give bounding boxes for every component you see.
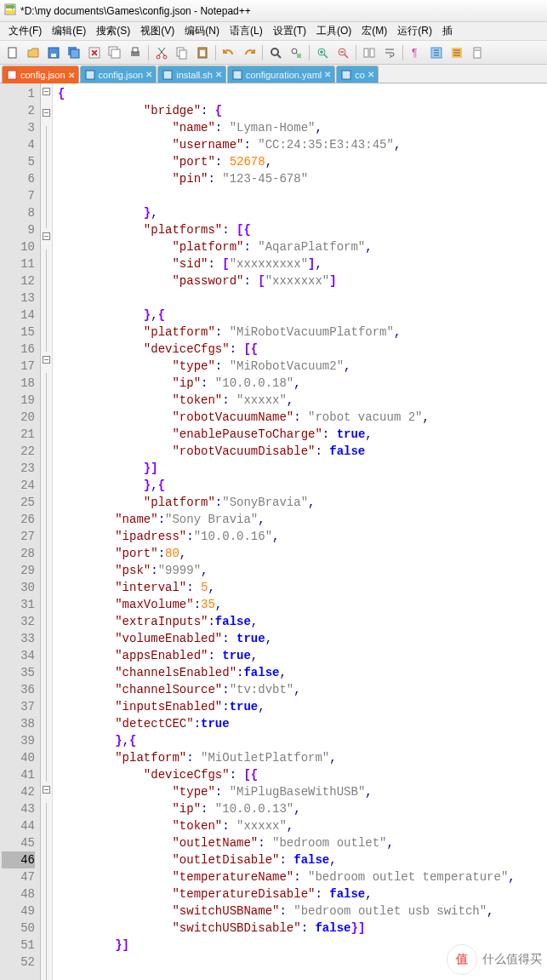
code-line[interactable]: }]	[58, 460, 542, 477]
code-line[interactable]: "outletName": "bedroom outlet",	[58, 834, 542, 851]
file-tab[interactable]: co✕	[336, 66, 379, 83]
menu-language[interactable]: 语言(L)	[225, 22, 268, 40]
code-line[interactable]: "platform": "MiRobotVacuumPlatform",	[58, 324, 542, 341]
save-button[interactable]	[44, 43, 63, 62]
indent-guide-button[interactable]	[427, 43, 446, 62]
word-wrap-button[interactable]	[380, 43, 399, 62]
sync-scroll-button[interactable]	[360, 43, 379, 62]
doc-map-button[interactable]	[468, 43, 487, 62]
code-line[interactable]: "switchUSBName": "bedroom outlet usb swi…	[58, 903, 542, 920]
code-line[interactable]: "ip": "10.0.0.13",	[58, 800, 542, 817]
code-line[interactable]: "temperatureDisable": false,	[58, 885, 542, 903]
cut-button[interactable]	[152, 43, 171, 62]
fold-toggle-icon[interactable]	[43, 786, 50, 794]
new-file-button[interactable]	[3, 43, 22, 62]
code-line[interactable]: "password": ["xxxxxxx"]	[58, 272, 542, 289]
code-line[interactable]: "sid": ["xxxxxxxxx"],	[58, 255, 542, 272]
code-line[interactable]: "psk":"9999",	[58, 562, 542, 579]
code-line[interactable]: },	[58, 204, 542, 221]
code-line[interactable]: "detectCEC":true	[58, 715, 542, 732]
menu-run[interactable]: 运行(R)	[392, 22, 437, 40]
code-line[interactable]: "platform":"SonyBravia",	[58, 494, 542, 511]
code-line[interactable]: "maxVolume":35,	[58, 596, 542, 613]
menu-file[interactable]: 文件(F)	[3, 22, 47, 40]
code-line[interactable]: "name":"Sony Bravia",	[58, 511, 542, 528]
code-line[interactable]: "bridge": {	[58, 102, 542, 119]
fold-toggle-icon[interactable]	[43, 232, 50, 240]
find-button[interactable]	[266, 43, 285, 62]
menu-search[interactable]: 搜索(S)	[91, 22, 135, 40]
menu-edit[interactable]: 编辑(E)	[47, 22, 91, 40]
menu-tools[interactable]: 工具(O)	[311, 22, 356, 40]
code-line[interactable]: "platform": "AqaraPlatform",	[58, 238, 542, 255]
menu-more[interactable]: 插	[437, 22, 458, 40]
tab-close-icon[interactable]: ✕	[68, 71, 75, 80]
menu-encoding[interactable]: 编码(N)	[179, 22, 225, 40]
menu-settings[interactable]: 设置(T)	[268, 22, 311, 40]
undo-button[interactable]	[219, 43, 238, 62]
code-line[interactable]: "platforms": [{	[58, 221, 542, 238]
code-line[interactable]	[58, 289, 542, 307]
fold-column[interactable]	[41, 83, 53, 980]
code-line[interactable]: "extraInputs":false,	[58, 613, 542, 630]
code-area[interactable]: { "bridge": { "name": "Lyman-Home", "use…	[53, 83, 547, 980]
zoom-out-button[interactable]	[333, 43, 352, 62]
fold-toggle-icon[interactable]	[43, 88, 50, 95]
menu-macro[interactable]: 宏(M)	[356, 22, 392, 40]
code-line[interactable]: "interval": 5,	[58, 579, 542, 596]
code-line[interactable]: },{	[58, 732, 542, 749]
print-button[interactable]	[126, 43, 145, 62]
code-line[interactable]: "platform": "MiOutletPlatform",	[58, 749, 542, 766]
code-line[interactable]: "port":80,	[58, 545, 542, 562]
menu-view[interactable]: 视图(V)	[135, 22, 179, 40]
code-line[interactable]: },{	[58, 307, 542, 324]
code-line[interactable]	[58, 187, 542, 204]
code-line[interactable]: "inputsEnabled":true,	[58, 698, 542, 715]
code-line[interactable]: "outletDisable": false,	[58, 851, 542, 868]
code-line[interactable]: "deviceCfgs": [{	[58, 341, 542, 358]
code-line[interactable]: "appsEnabled": true,	[58, 647, 542, 664]
fold-toggle-icon[interactable]	[43, 109, 50, 117]
open-file-button[interactable]	[24, 43, 43, 62]
code-line[interactable]: },{	[58, 477, 542, 494]
close-all-button[interactable]	[105, 43, 124, 62]
code-line[interactable]: "ipadress":"10.0.0.16",	[58, 528, 542, 545]
copy-button[interactable]	[173, 43, 191, 62]
code-line[interactable]: "token": "xxxxx",	[58, 817, 542, 834]
file-tab[interactable]: install.sh✕	[157, 66, 226, 83]
close-button[interactable]	[85, 43, 104, 62]
code-line[interactable]: "token": "xxxxx",	[58, 392, 542, 409]
redo-button[interactable]	[240, 43, 259, 62]
tab-close-icon[interactable]: ✕	[145, 70, 152, 79]
code-line[interactable]: "ip": "10.0.0.18",	[58, 375, 542, 392]
code-line[interactable]: "username": "CC:24:35:E3:43:45",	[58, 136, 542, 153]
fold-toggle-icon[interactable]	[43, 356, 50, 364]
show-symbols-button[interactable]: ¶	[407, 43, 425, 62]
code-line[interactable]: "temperatureName": "bedroom outlet tempe…	[58, 868, 542, 885]
code-line[interactable]: "type": "MiPlugBaseWithUSB",	[58, 783, 542, 800]
tab-close-icon[interactable]: ✕	[215, 70, 222, 79]
function-list-button[interactable]	[447, 43, 466, 62]
code-line[interactable]: "port": 52678,	[58, 153, 542, 170]
tab-close-icon[interactable]: ✕	[324, 70, 331, 79]
file-tab[interactable]: config.json✕	[2, 66, 79, 83]
code-line[interactable]: "switchUSBDisable": false}]	[58, 920, 542, 937]
paste-button[interactable]	[193, 43, 212, 62]
replace-button[interactable]	[287, 43, 305, 62]
zoom-in-button[interactable]	[313, 43, 332, 62]
code-line[interactable]: "robotVacuumName": "robot vacuum 2",	[58, 409, 542, 426]
code-line[interactable]: "robotVacuumDisable": false	[58, 443, 542, 460]
code-line[interactable]: "name": "Lyman-Home",	[58, 119, 542, 136]
file-tab[interactable]: configuration.yaml✕	[227, 66, 335, 83]
save-all-button[interactable]	[65, 43, 83, 62]
file-tab[interactable]: config.json✕	[80, 66, 157, 83]
code-line[interactable]: "type": "MiRobotVacuum2",	[58, 358, 542, 375]
tab-close-icon[interactable]: ✕	[368, 70, 374, 79]
code-line[interactable]: {	[58, 85, 542, 102]
code-line[interactable]: "channelsEnabled":false,	[58, 664, 542, 681]
code-line[interactable]: "channelSource":"tv:dvbt",	[58, 681, 542, 698]
code-line[interactable]: "volumeEnabled": true,	[58, 630, 542, 647]
code-line[interactable]: "enablePauseToCharge": true,	[58, 426, 542, 443]
code-editor[interactable]: 1234567891011121314151617181920212223242…	[0, 83, 547, 980]
code-line[interactable]: "pin": "123-45-678"	[58, 170, 542, 187]
